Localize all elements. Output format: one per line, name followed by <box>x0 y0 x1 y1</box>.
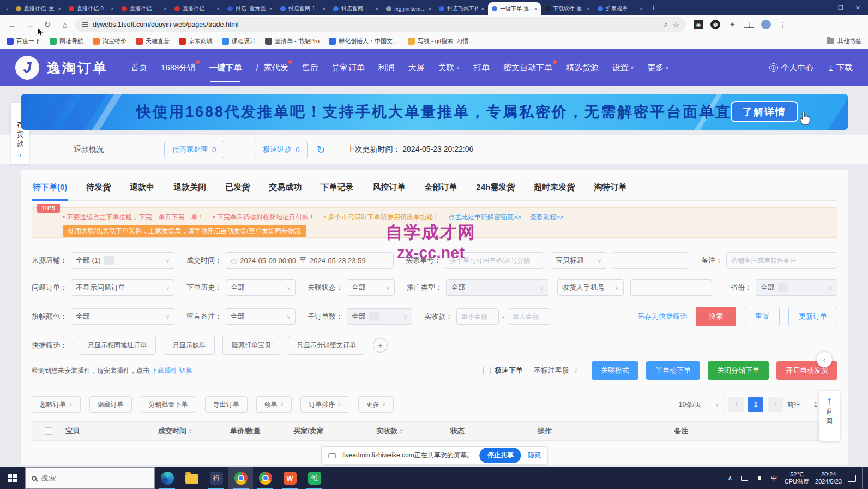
tab-close-icon[interactable]: × <box>534 6 537 12</box>
browser-tab[interactable]: 抖店官网-1 × <box>276 2 329 15</box>
taskbar-green-app[interactable]: 维 <box>302 467 327 489</box>
table-column-header[interactable]: 实收款 <box>376 426 450 436</box>
order-status-tab[interactable]: 待下单(0) <box>32 182 68 193</box>
volume-icon[interactable] <box>755 475 764 481</box>
order-status-tab[interactable]: 24h需发货 <box>475 182 516 193</box>
prev-page-button[interactable]: ‹ <box>728 397 744 412</box>
home-icon[interactable]: ⌂ <box>58 20 72 29</box>
nav-item[interactable]: 打单 <box>473 63 490 73</box>
download-icon[interactable]: ↓ <box>744 21 754 28</box>
message-note-select[interactable]: 全部 ∨ <box>226 308 296 325</box>
table-column-header[interactable]: 宝贝 <box>65 426 158 436</box>
download-link[interactable]: ↓ 下载 <box>829 63 853 73</box>
sort-icon[interactable] <box>189 429 192 433</box>
taskbar-edge[interactable] <box>155 467 179 489</box>
nav-item[interactable]: 大屏 <box>408 63 424 73</box>
bookmark-item[interactable]: 京东商城 <box>179 37 213 45</box>
browser-tab[interactable]: 抖店官网-… × <box>329 2 382 15</box>
nav-item[interactable]: 一键下单 <box>209 63 242 73</box>
zoom-icon[interactable]: ⌕ <box>664 20 668 29</box>
browser-tab[interactable]: 抖店_官方直… × <box>224 2 276 15</box>
other-bookmarks[interactable]: 其他书签 <box>827 37 861 45</box>
add-quick-filter-button[interactable]: + <box>373 338 388 353</box>
tab-close-icon[interactable]: × <box>428 6 431 12</box>
hide-share-bar-link[interactable]: 隐藏 <box>528 451 541 460</box>
tab-close-icon[interactable]: × <box>269 6 273 12</box>
table-column-header[interactable]: 买家/卖家 <box>293 426 376 436</box>
toolbar-button[interactable]: 更多 ∨ <box>358 396 394 413</box>
service-tag-select[interactable]: 不标注客服 <box>534 366 569 375</box>
browser-tab[interactable]: 下载软件-逸… × <box>541 2 594 15</box>
browser-tab[interactable]: 直播伴侣 × <box>118 2 171 15</box>
personal-center-link[interactable]: ⓘ 个人中心 <box>769 63 814 73</box>
receiver-phone-input[interactable] <box>630 279 712 296</box>
sort-icon[interactable] <box>400 429 403 433</box>
bookmark-item[interactable]: 孵化创始人：中国文… <box>329 37 399 45</box>
tab-close-icon[interactable]: × <box>481 6 484 12</box>
bookmark-item[interactable]: 壹清单 - 书架Pro <box>265 37 320 45</box>
receiver-phone-select[interactable]: 收货人手机号 ∨ <box>557 279 624 296</box>
taskbar-chrome[interactable] <box>253 467 278 489</box>
extensions-puzzle-icon[interactable]: ✦ <box>727 20 737 29</box>
profile-avatar[interactable] <box>761 20 771 29</box>
nav-item[interactable]: 关联 ∨ <box>438 63 460 73</box>
title-keyword-input[interactable] <box>613 252 689 269</box>
clock-widget[interactable]: 20:24 2024/5/23 <box>815 471 842 485</box>
mode-button[interactable]: 关闭分销下单 <box>708 361 769 380</box>
taskbar-explorer[interactable] <box>179 467 204 489</box>
reset-button[interactable]: 重置 <box>745 307 780 326</box>
quick-filter-button[interactable]: 隐藏打单宝贝 <box>222 336 280 355</box>
relation-status-select[interactable]: 全部 ∨ <box>347 279 395 296</box>
back-icon[interactable]: ← <box>5 20 20 29</box>
tab-close-icon[interactable]: × <box>58 6 61 12</box>
order-status-tab[interactable]: 全部订单 <box>423 182 458 193</box>
taskbar-app-dark[interactable]: 抖 <box>204 467 228 489</box>
bookmark-item[interactable]: 百度一下 <box>7 37 40 45</box>
banner-detail-button[interactable]: 了解详情 <box>731 101 798 122</box>
save-quick-filter-link[interactable]: 另存为快捷筛选 <box>637 312 687 321</box>
back-to-top-widget[interactable]: ↑ 返 回 <box>819 391 840 441</box>
minimize-icon[interactable]: ─ <box>822 4 826 11</box>
refresh-icon[interactable]: ↻ <box>316 144 325 156</box>
nav-item[interactable]: 厂家代发 <box>255 63 288 73</box>
nav-item[interactable]: 精选货源 <box>566 63 599 73</box>
bookmark-item[interactable]: 天猫直营 <box>136 37 170 45</box>
table-column-header[interactable]: 操作 <box>538 426 674 436</box>
deal-time-range[interactable]: ◷ 2024-05-09 00:00 至 2024-05-23 23:59 <box>226 252 394 269</box>
promo-type-select[interactable]: 全部 ∨ <box>446 279 548 296</box>
browser-tab[interactable]: 直播伴侣_主… × <box>12 2 65 15</box>
note-input[interactable] <box>726 252 837 269</box>
toolbar-button[interactable]: 隐藏订单 <box>89 396 132 413</box>
maximize-icon[interactable]: ❐ <box>838 4 843 11</box>
current-page[interactable]: 1 <box>748 397 763 412</box>
problem-order-select[interactable]: 不显示问题订单 ∨ <box>71 279 174 296</box>
title-field-select[interactable]: 宝贝标题 ∨ <box>551 252 606 269</box>
page-size-select[interactable]: 10条/页 ∨ <box>674 397 724 412</box>
nav-item[interactable]: 利润 <box>378 63 394 73</box>
select-all-checkbox[interactable] <box>45 427 52 435</box>
fast-refund-button[interactable]: 极速退款 0 <box>255 141 308 158</box>
tab-close-icon[interactable]: × <box>111 6 114 12</box>
table-column-header[interactable]: 状态 <box>450 426 538 436</box>
taskbar-chrome-active[interactable] <box>228 467 253 489</box>
nav-item[interactable]: 设置 ∨ <box>612 63 634 73</box>
taskbar-search[interactable]: 搜索 <box>25 467 155 489</box>
show-desktop-button[interactable] <box>862 467 865 489</box>
update-orders-button[interactable]: 更新订单 <box>788 307 837 326</box>
close-icon[interactable]: ✕ <box>855 4 860 11</box>
nav-item[interactable]: 1688分销 <box>161 63 195 73</box>
help-circle-icon[interactable]: ❶ <box>710 20 720 29</box>
quick-filter-button[interactable]: 只显示相同地址订单 <box>79 336 156 355</box>
flag-color-select[interactable]: 全部 ∨ <box>71 308 174 325</box>
suborder-count-select[interactable]: 全部 ∨ <box>347 308 412 325</box>
order-status-tab[interactable]: 下单记录 <box>320 182 354 193</box>
toolbar-button[interactable]: 领单 ∨ <box>256 396 292 413</box>
display-icon[interactable] <box>740 476 749 481</box>
download-plugin-link[interactable]: 下载插件 <box>151 367 177 374</box>
browser-tab[interactable]: 直播伴侣 × <box>171 2 224 15</box>
quick-filter-button[interactable]: 只显示分销密文订单 <box>288 336 365 355</box>
tab-close-icon[interactable]: × <box>640 6 643 12</box>
bookmark-item[interactable]: 写线 - gif搜索_习惯… <box>408 37 475 45</box>
collapse-panel-button[interactable]: ‹ <box>817 352 832 367</box>
payment-min-input[interactable] <box>456 308 499 325</box>
